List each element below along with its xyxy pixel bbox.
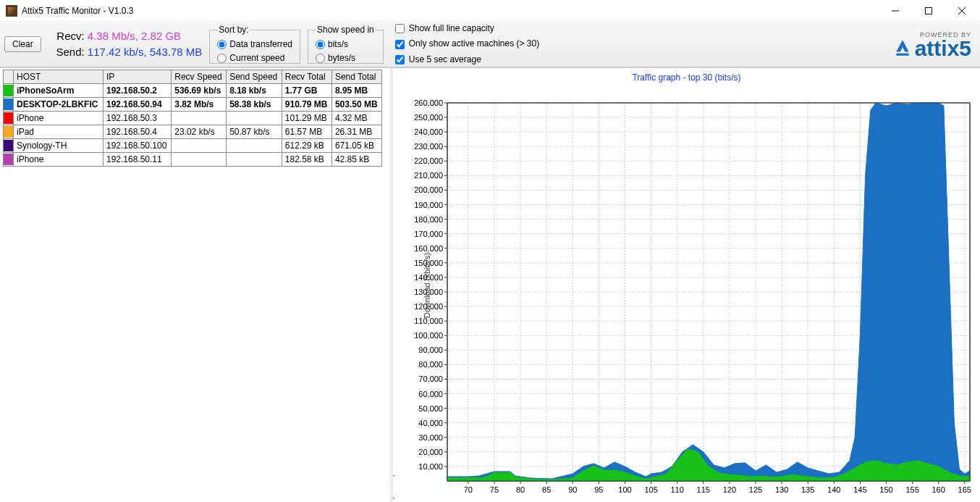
window-maximize-button[interactable] (912, 0, 945, 22)
traffic-summary: Recv: 4.38 Mb/s, 2.82 GB Send: 117.42 kb… (48, 28, 203, 61)
svg-text:200,000: 200,000 (414, 185, 443, 194)
window-minimize-button[interactable] (879, 0, 912, 22)
svg-text:160,000: 160,000 (414, 244, 443, 253)
toolbar: Clear Recv: 4.38 Mb/s, 2.82 GB Send: 117… (0, 22, 980, 67)
row-ip: 192.168.50.2 (103, 84, 171, 98)
svg-text:100,000: 100,000 (414, 331, 443, 340)
row-send-total: 503.50 MB (331, 98, 381, 112)
svg-text:70: 70 (464, 485, 473, 494)
row-send-speed: 58.38 kb/s (227, 98, 282, 112)
row-ip: 192.168.50.4 (103, 125, 171, 139)
hosts-table[interactable]: HOST IP Recv Speed Send Speed Recv Total… (3, 70, 382, 167)
row-ip: 192.168.50.3 (103, 112, 171, 125)
row-send-total: 4.32 MB (331, 112, 381, 125)
hosts-col-sendspeed[interactable]: Send Speed (227, 70, 282, 84)
row-color-swatch (4, 125, 14, 139)
svg-text:105: 105 (644, 485, 657, 494)
sort-by-group: Sort by: Data transferred Current speed (209, 25, 300, 64)
row-color-swatch (4, 153, 14, 167)
window-close-button[interactable] (945, 0, 979, 22)
row-send-speed: 50.87 kb/s (227, 125, 282, 139)
chk-full-capacity[interactable]: Show full line capacity (395, 22, 539, 35)
sort-speed-radio-input[interactable] (217, 54, 227, 63)
hosts-col-recvspeed[interactable]: Recv Speed (172, 70, 227, 84)
hosts-col-host[interactable]: HOST (14, 70, 104, 84)
sort-data-radio-input[interactable] (217, 40, 227, 49)
svg-text:20,000: 20,000 (418, 448, 443, 456)
brand-name: attix5 (915, 38, 971, 58)
table-row[interactable]: iPhoneSoArm192.168.50.2536.69 kb/s8.18 k… (4, 84, 382, 98)
svg-text:115: 115 (697, 485, 710, 494)
recv-label: Recv: (48, 28, 85, 45)
main-split: HOST IP Recv Speed Send Speed Recv Total… (0, 67, 980, 502)
row-host: DESKTOP-2LBKFIC (14, 98, 104, 112)
svg-text:260,000: 260,000 (414, 99, 443, 107)
chk-active-only-label: Only show active machines (> 30) (409, 37, 539, 51)
svg-text:190,000: 190,000 (414, 201, 443, 209)
svg-text:160: 160 (932, 485, 945, 494)
chk-active-only[interactable]: Only show active machines (> 30) (395, 37, 539, 51)
svg-text:80: 80 (516, 485, 525, 494)
row-ip: 192.168.50.100 (103, 139, 171, 153)
row-send-speed: 8.18 kb/s (227, 84, 282, 98)
chk-full-capacity-label: Show full line capacity (409, 22, 494, 35)
row-color-swatch (4, 84, 14, 98)
svg-rect-1 (926, 7, 932, 14)
row-send-total: 8.95 MB (331, 84, 381, 98)
speed-bits-radio-input[interactable] (316, 40, 325, 49)
row-host: iPhoneSoArm (14, 84, 104, 98)
chk-5sec-avg[interactable]: Use 5 sec average (395, 53, 539, 67)
speed-unit-group: Show speed in bits/s bytes/s (308, 25, 384, 64)
window-titlebar: Attix5 Traffic Monitor - V1.0.3 (0, 0, 980, 22)
send-label: Send: (48, 44, 85, 61)
sort-speed-radio[interactable]: Current speed (217, 51, 292, 65)
svg-text:165: 165 (958, 485, 971, 494)
table-row[interactable]: iPhone192.168.50.11182.58 kB42.85 kB (4, 153, 382, 167)
svg-text:90,000: 90,000 (418, 346, 443, 354)
chk-active-only-input[interactable] (395, 40, 405, 49)
table-row[interactable]: iPhone192.168.50.3101.29 MB4.32 MB (4, 112, 382, 125)
table-row[interactable]: DESKTOP-2LBKFIC192.168.50.943.82 Mb/s58.… (4, 98, 382, 112)
svg-text:80,000: 80,000 (418, 360, 443, 369)
chart-pane: Traffic graph - top 30 (bits/s) Download… (393, 68, 980, 502)
svg-text:145: 145 (853, 485, 866, 494)
clear-button[interactable]: Clear (4, 36, 41, 52)
row-recv-speed: 23.02 kb/s (172, 125, 227, 139)
recv-value: 4.38 Mb/s, 2.82 GB (88, 30, 181, 42)
svg-text:150: 150 (879, 485, 892, 494)
brand-icon (893, 38, 912, 57)
chk-full-capacity-input[interactable] (395, 24, 405, 33)
speed-bytes-radio[interactable]: bytes/s (316, 51, 376, 65)
row-recv-total: 61.57 MB (282, 125, 331, 139)
row-host: iPhone (14, 153, 104, 167)
chk-5sec-avg-label: Use 5 sec average (409, 53, 481, 67)
table-row[interactable]: iPad192.168.50.423.02 kb/s50.87 kb/s61.5… (4, 125, 382, 139)
hosts-col-sendtotal[interactable]: Send Total (331, 70, 381, 84)
row-recv-total: 612.29 kB (282, 139, 331, 153)
svg-text:90: 90 (568, 485, 577, 494)
speed-bytes-radio-input[interactable] (316, 54, 325, 63)
sort-data-label: Data transferred (229, 38, 292, 51)
app-icon (6, 5, 17, 17)
row-send-total: 26.31 MB (331, 125, 381, 139)
row-recv-total: 101.29 MB (282, 112, 331, 125)
svg-text:75: 75 (490, 485, 499, 494)
row-recv-total: 182.58 kB (282, 153, 331, 167)
svg-text:10,000: 10,000 (418, 462, 443, 471)
send-value: 117.42 kb/s, 543.78 MB (88, 46, 202, 58)
chart-title: Traffic graph - top 30 (bits/s) (393, 68, 980, 83)
hosts-header-row: HOST IP Recv Speed Send Speed Recv Total… (4, 70, 382, 84)
table-row[interactable]: Synology-TH192.168.50.100612.29 kB671.05… (4, 139, 382, 153)
row-recv-speed: 3.82 Mb/s (172, 98, 227, 112)
svg-text:70,000: 70,000 (418, 375, 443, 383)
chk-5sec-avg-input[interactable] (395, 55, 405, 64)
row-send-speed (227, 139, 282, 153)
speed-bits-radio[interactable]: bits/s (316, 38, 376, 51)
sort-data-radio[interactable]: Data transferred (217, 38, 292, 51)
hosts-col-color[interactable] (4, 70, 14, 84)
svg-text:130: 130 (775, 485, 788, 494)
hosts-col-ip[interactable]: IP (103, 70, 171, 84)
svg-text:220,000: 220,000 (414, 156, 443, 165)
hosts-col-recvtotal[interactable]: Recv Total (282, 70, 331, 84)
row-recv-total: 910.79 MB (282, 98, 331, 112)
